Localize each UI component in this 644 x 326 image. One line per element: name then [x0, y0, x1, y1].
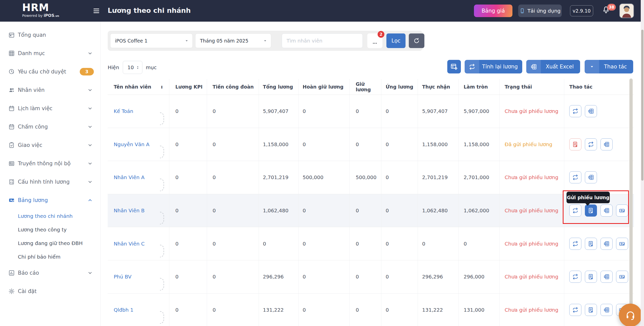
brand-logo[interactable]: HRM Powered by iPOS.vn	[22, 2, 59, 18]
version-badge: v2.9.10	[570, 5, 593, 16]
column-header-label: Làm tròn	[464, 84, 488, 90]
cell-value: 0	[356, 241, 359, 247]
cell-net-salary: 1,062,480	[418, 194, 458, 227]
actions-dropdown-button[interactable]: Thao tác	[585, 60, 633, 73]
recalc-salary-button[interactable]	[569, 171, 581, 183]
export-row-excel-button[interactable]	[600, 138, 613, 150]
cancel-payslip-button[interactable]	[569, 138, 581, 150]
table-row: Qlđbh 100131,222000131,222131,000Chưa gử…	[108, 294, 634, 326]
table-scrollbar-thumb[interactable]	[629, 78, 633, 322]
cell-value: 0	[356, 274, 359, 280]
notifications-button[interactable]: 38	[602, 6, 612, 16]
recalc-salary-button[interactable]	[569, 105, 581, 117]
employee-name-link[interactable]: Qlđbh 1	[114, 307, 133, 313]
sidebar-item-yeu-cau-cho-duyet[interactable]: Yêu cầu chờ duyệt3	[0, 62, 100, 81]
employee-name-link[interactable]: Nhân Viên A	[114, 174, 145, 180]
search-employee-input[interactable]	[282, 33, 363, 48]
excel-icon	[588, 174, 594, 181]
sidebar-item-label: Chi phí bảo hiểm	[18, 254, 60, 260]
notification-count-badge: 38	[607, 4, 616, 11]
sidebar-item-label: Lương theo công ty	[18, 227, 67, 233]
sidebar-item-bang-luong[interactable]: Bảng lương	[0, 191, 100, 209]
sidebar-item-label: Lương đang giữ theo ĐBH	[18, 240, 83, 246]
cell-value: 2,701,000	[464, 174, 489, 180]
pay-check-icon	[619, 207, 625, 214]
column-header-actions[interactable]: Thao tác	[564, 79, 634, 95]
column-header-total-salary[interactable]: Tổng lương	[259, 79, 298, 95]
support-fab-button[interactable]	[619, 304, 642, 326]
sidebar-item-tong-quan[interactable]: Tổng quan	[0, 26, 100, 44]
export-excel-toolbar-button[interactable]: Xuất Excel	[526, 60, 580, 73]
export-row-excel-button[interactable]	[585, 171, 597, 183]
sidebar-item-cai-dat[interactable]: Cài đặt	[0, 282, 100, 300]
export-row-excel-button[interactable]	[600, 205, 613, 217]
send-payslip-button[interactable]	[585, 271, 597, 283]
cell-value: 5,907,000	[464, 108, 489, 114]
sidebar-item-cau-hinh-tinh-luong[interactable]: Cấu hình tính lương	[0, 173, 100, 191]
bar-chart-icon	[8, 270, 15, 276]
sidebar-item-giao-viec[interactable]: Giao việc	[0, 136, 100, 154]
employee-name-link[interactable]: Nhân Viên C	[114, 241, 145, 247]
confirm-payment-button[interactable]	[616, 271, 628, 283]
recalc-salary-button[interactable]	[569, 205, 581, 217]
more-filters-button[interactable]: 2	[367, 33, 382, 48]
cell-actions	[564, 161, 634, 194]
sidebar-item-label: Danh mục	[18, 50, 45, 56]
column-header-refund-hold[interactable]: Hoàn giữ lương	[298, 79, 349, 95]
export-row-excel-button[interactable]	[600, 238, 613, 250]
branch-select[interactable]: iPOS Coffee 1	[110, 33, 193, 48]
sidebar-item-cham-cong[interactable]: Chấm công	[0, 117, 100, 136]
export-row-excel-button[interactable]	[600, 304, 613, 316]
column-header-status[interactable]: Trạng thái	[499, 79, 564, 95]
employee-name-link[interactable]: Kế Toán	[114, 108, 133, 114]
column-header-advance[interactable]: Ứng lương	[381, 79, 418, 95]
download-app-button[interactable]: Tải ứng dụng	[518, 5, 562, 17]
sidebar-item-truyen-thong-noi-bo[interactable]: Truyền thông nội bộ	[0, 154, 100, 173]
column-header-union-fee[interactable]: Tiền công đoàn	[207, 79, 259, 95]
sidebar-item-bao-cao[interactable]: Báo cáo	[0, 264, 100, 282]
recalc-salary-toolbar-button[interactable]: Tính lại lương	[465, 60, 522, 73]
recalc-salary-button[interactable]	[569, 271, 581, 283]
export-row-excel-button[interactable]	[600, 271, 613, 283]
confirm-payment-button[interactable]	[616, 238, 628, 250]
sidebar-item-luong-theo-chi-nhanh[interactable]: Lương theo chi nhánh	[0, 209, 100, 223]
confirm-payment-button[interactable]	[616, 205, 628, 217]
sidebar-item-luong-dang-giu-theo-dbh[interactable]: Lương đang giữ theo ĐBH	[0, 236, 100, 250]
status-text: Chưa gửi phiếu lương	[505, 241, 558, 247]
employee-name-link[interactable]: Nhân Viên B	[114, 208, 145, 214]
cell-actions	[564, 260, 634, 293]
column-header-hold-salary[interactable]: Giữ lương	[349, 79, 381, 95]
column-config-button[interactable]	[447, 60, 461, 73]
page-size-stepper[interactable]: 10	[123, 61, 142, 74]
sidebar-item-lich-lam-viec[interactable]: Lịch làm việc	[0, 99, 100, 117]
pricing-button[interactable]: Bảng giá	[474, 5, 512, 17]
export-row-excel-button[interactable]	[585, 105, 597, 117]
recalc-salary-button[interactable]	[585, 138, 597, 150]
column-header-kpi-salary[interactable]: Lương KPI	[169, 79, 207, 95]
sidebar-item-nhan-vien[interactable]: Nhân viên	[0, 81, 100, 99]
recalc-salary-button[interactable]	[569, 238, 581, 250]
employee-name-link[interactable]: Phú BV	[114, 274, 132, 280]
doc-send-icon	[588, 273, 594, 280]
sidebar-item-danh-muc[interactable]: Danh mục	[0, 44, 100, 62]
sidebar-item-luong-theo-cong-ty[interactable]: Lương theo công ty	[0, 223, 100, 236]
sidebar-item-chi-phi-bao-hiem[interactable]: Chi phí bảo hiểm	[0, 250, 100, 264]
recalc-salary-button[interactable]	[569, 304, 581, 316]
page-scrollbar-track[interactable]	[641, 0, 644, 326]
column-header-net-salary[interactable]: Thực nhận	[418, 79, 458, 95]
cell-advance: 0	[381, 128, 418, 161]
pending-count-badge: 3	[80, 68, 94, 75]
repeat-icon	[572, 307, 579, 313]
cell-advance: 0	[381, 95, 418, 128]
user-avatar[interactable]	[619, 4, 634, 18]
refresh-button[interactable]	[409, 33, 424, 48]
filter-button[interactable]: Lọc	[386, 33, 406, 48]
menu-icon[interactable]	[93, 7, 100, 15]
send-payslip-button[interactable]	[585, 304, 597, 316]
column-header-rounded[interactable]: Làm tròn	[458, 79, 499, 95]
send-payslip-button[interactable]	[585, 238, 597, 250]
column-header-employee-name[interactable]: Tên nhân viênı	[108, 79, 169, 95]
employee-name-link[interactable]: Nguyễn Văn A	[114, 141, 149, 147]
month-select[interactable]: Tháng 05 năm 2025	[195, 33, 271, 48]
page-scrollbar-thumb[interactable]	[641, 30, 643, 181]
